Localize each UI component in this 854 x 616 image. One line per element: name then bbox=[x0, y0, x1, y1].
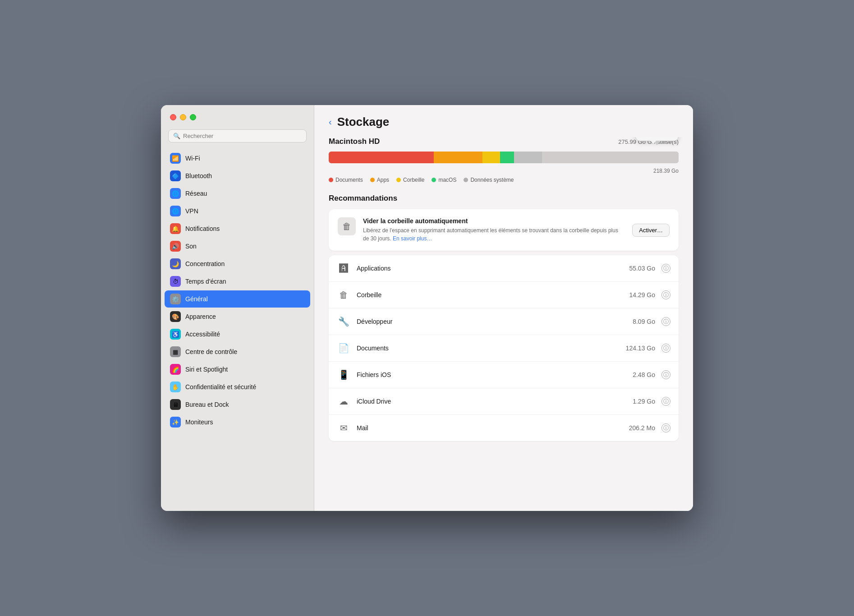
siri-icon: 🌈 bbox=[170, 364, 181, 375]
storage-bar bbox=[329, 152, 679, 163]
traffic-lights bbox=[161, 114, 314, 129]
disk-name: Macintosh HD bbox=[329, 137, 380, 146]
storage-icon-fichiers-ios: 📱 bbox=[337, 368, 350, 382]
storage-icon-applications: 🅰 bbox=[337, 262, 350, 275]
scrollable-area[interactable]: Macintosh HD 275.99 Go Go utilisé(s) Dis… bbox=[314, 137, 693, 511]
bar-segment-macos bbox=[500, 152, 514, 163]
storage-icon-icloud: ☁ bbox=[337, 395, 350, 408]
bar-segment-libre bbox=[542, 152, 679, 163]
storage-name-corbeille: Corbeille bbox=[357, 291, 623, 299]
legend-dot bbox=[329, 178, 333, 182]
bureau-dock-icon: 🖥 bbox=[170, 399, 181, 410]
sidebar-item-concentration[interactable]: 🌙Concentration bbox=[165, 255, 310, 272]
concentration-icon: 🌙 bbox=[170, 258, 181, 269]
main-header: ‹ Stockage bbox=[314, 105, 693, 137]
sidebar-label-vpn: VPN bbox=[185, 207, 198, 215]
storage-name-applications: Applications bbox=[357, 265, 623, 272]
sidebar-item-wifi[interactable]: 📶Wi-Fi bbox=[165, 150, 310, 167]
temps-ecran-icon: ⏱ bbox=[170, 276, 181, 287]
sidebar-item-notifications[interactable]: 🔔Notifications bbox=[165, 220, 310, 237]
sidebar-label-wifi: Wi-Fi bbox=[185, 155, 200, 162]
sidebar-label-bureau-dock: Bureau et Dock bbox=[185, 401, 229, 408]
storage-name-fichiers-ios: Fichiers iOS bbox=[357, 371, 626, 378]
sidebar-label-concentration: Concentration bbox=[185, 260, 225, 267]
sidebar: 🔍 📶Wi-Fi🔷Bluetooth🌐Réseau🌐VPN🔔Notificati… bbox=[161, 105, 314, 511]
reseau-icon: 🌐 bbox=[170, 188, 181, 199]
info-button-fichiers-ios[interactable]: ⓘ bbox=[661, 370, 670, 379]
storage-size-mail: 206.2 Mo bbox=[629, 424, 655, 432]
minimize-button[interactable] bbox=[180, 114, 186, 120]
rec-button-corbeille[interactable]: Activer… bbox=[632, 224, 670, 237]
sidebar-item-siri[interactable]: 🌈Siri et Spotlight bbox=[165, 361, 310, 378]
sidebar-item-reseau[interactable]: 🌐Réseau bbox=[165, 185, 310, 202]
sidebar-item-confidentialite[interactable]: ✋Confidentialité et sécurité bbox=[165, 378, 310, 395]
storage-row-documents[interactable]: 📄 Documents 124.13 Go ⓘ bbox=[329, 335, 679, 362]
legend: DocumentsAppsCorbeillemacOSDonnées systè… bbox=[329, 177, 679, 183]
sidebar-item-apparence[interactable]: 🎨Apparence bbox=[165, 308, 310, 325]
apparence-icon: 🎨 bbox=[170, 311, 181, 322]
recommendations-title: Recommandations bbox=[329, 194, 679, 203]
sidebar-item-centre-controle[interactable]: ▦Centre de contrôle bbox=[165, 343, 310, 360]
sidebar-label-son: Son bbox=[185, 243, 197, 250]
storage-row-fichiers-ios[interactable]: 📱 Fichiers iOS 2.48 Go ⓘ bbox=[329, 362, 679, 388]
storage-size-icloud: 1.29 Go bbox=[633, 398, 655, 405]
sidebar-item-temps-ecran[interactable]: ⏱Temps d'écran bbox=[165, 273, 310, 290]
sidebar-item-bluetooth[interactable]: 🔷Bluetooth bbox=[165, 167, 310, 184]
info-button-corbeille[interactable]: ⓘ bbox=[661, 290, 670, 299]
storage-name-developpeur: Développeur bbox=[357, 318, 626, 325]
bar-segment-corbeille bbox=[482, 152, 500, 163]
info-button-documents[interactable]: ⓘ bbox=[661, 344, 670, 353]
sidebar-label-temps-ecran: Temps d'écran bbox=[185, 278, 226, 285]
info-button-developpeur[interactable]: ⓘ bbox=[661, 317, 670, 326]
bar-segment-données-système bbox=[514, 152, 542, 163]
storage-size-fichiers-ios: 2.48 Go bbox=[633, 371, 655, 378]
sidebar-item-bureau-dock[interactable]: 🖥Bureau et Dock bbox=[165, 396, 310, 413]
legend-label: Apps bbox=[377, 177, 389, 183]
storage-row-applications[interactable]: 🅰 Applications 55.03 Go ⓘ bbox=[329, 255, 679, 282]
info-button-icloud[interactable]: ⓘ bbox=[661, 397, 670, 406]
sidebar-item-son[interactable]: 🔊Son bbox=[165, 238, 310, 255]
close-button[interactable] bbox=[170, 114, 176, 120]
sidebar-label-centre-controle: Centre de contrôle bbox=[185, 348, 237, 355]
storage-row-mail[interactable]: ✉ Mail 206.2 Mo ⓘ bbox=[329, 415, 679, 441]
storage-row-corbeille[interactable]: 🗑 Corbeille 14.29 Go ⓘ bbox=[329, 282, 679, 308]
storage-row-icloud[interactable]: ☁ iCloud Drive 1.29 Go ⓘ bbox=[329, 388, 679, 415]
rec-content-corbeille: Vider la corbeille automatiquement Libér… bbox=[363, 217, 625, 243]
rec-icon-corbeille: 🗑 bbox=[338, 217, 356, 235]
storage-icon-developpeur: 🔧 bbox=[337, 315, 350, 328]
rec-link-corbeille[interactable]: En savoir plus… bbox=[393, 235, 432, 242]
bar-segment-documents bbox=[329, 152, 434, 163]
storage-items-list: 🅰 Applications 55.03 Go ⓘ 🗑 Corbeille 14… bbox=[329, 255, 679, 441]
son-icon: 🔊 bbox=[170, 241, 181, 252]
legend-item-documents: Documents bbox=[329, 177, 363, 183]
storage-name-icloud: iCloud Drive bbox=[357, 398, 626, 405]
sidebar-item-general[interactable]: ⚙️Général bbox=[165, 290, 310, 308]
rec-title-corbeille: Vider la corbeille automatiquement bbox=[363, 217, 625, 225]
legend-dot bbox=[432, 178, 436, 182]
storage-row-developpeur[interactable]: 🔧 Développeur 8.09 Go ⓘ bbox=[329, 308, 679, 335]
zoom-button[interactable] bbox=[190, 114, 196, 120]
info-button-mail[interactable]: ⓘ bbox=[661, 423, 670, 432]
search-input[interactable] bbox=[183, 133, 302, 139]
sidebar-item-moniteurs[interactable]: ✨Moniteurs bbox=[165, 414, 310, 431]
bluetooth-icon: 🔷 bbox=[170, 170, 181, 181]
sidebar-label-siri: Siri et Spotlight bbox=[185, 366, 228, 373]
legend-label: Corbeille bbox=[403, 177, 424, 183]
back-button[interactable]: ‹ bbox=[329, 117, 332, 127]
sidebar-label-moniteurs: Moniteurs bbox=[185, 418, 213, 426]
wifi-icon: 📶 bbox=[170, 153, 181, 164]
main-content: ‹ Stockage Macintosh HD 275.99 Go Go uti… bbox=[314, 105, 693, 511]
storage-icon-corbeille: 🗑 bbox=[337, 288, 350, 302]
sidebar-label-reseau: Réseau bbox=[185, 190, 207, 197]
storage-name-documents: Documents bbox=[357, 345, 620, 352]
storage-name-mail: Mail bbox=[357, 424, 623, 432]
sidebar-label-general: Général bbox=[185, 295, 208, 303]
search-bar[interactable]: 🔍 bbox=[168, 129, 307, 143]
legend-label: Documents bbox=[335, 177, 363, 183]
info-button-applications[interactable]: ⓘ bbox=[661, 264, 670, 273]
storage-icon-mail: ✉ bbox=[337, 421, 350, 435]
sidebar-item-vpn[interactable]: 🌐VPN bbox=[165, 202, 310, 220]
sidebar-item-accessibilite[interactable]: ♿Accessibilité bbox=[165, 326, 310, 343]
search-icon: 🔍 bbox=[173, 133, 180, 139]
legend-item-données système: Données système bbox=[464, 177, 514, 183]
